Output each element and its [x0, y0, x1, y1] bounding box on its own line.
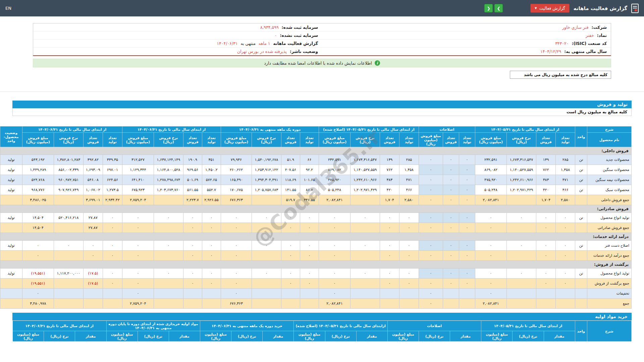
value-cell: ۱,۶۷۳,۳۱۶,۵۴۷	[350, 155, 380, 165]
value-cell: ۰	[536, 279, 556, 289]
value-cell	[575, 299, 587, 309]
column-header: مبلغ فروش (میلیون ریال)	[475, 133, 506, 147]
report-type-button[interactable]: گزارش فعالیت ▼	[530, 4, 569, 13]
value-cell	[83, 299, 103, 309]
column-header: دوره یک ماهه منتهی به ۱۴۰۴/۰۶/۳۱	[221, 126, 319, 133]
value-cell: ۰	[419, 299, 443, 309]
page-title: گزارش فعالیت ماهانه	[574, 5, 627, 11]
value-cell: فروش صادراتی:	[0, 205, 631, 213]
value-cell	[350, 299, 380, 309]
value-cell: ۰	[103, 279, 122, 289]
column-header: نرخ فروش (ریال)	[54, 133, 83, 147]
company-field: نماد: خفنر	[322, 32, 611, 39]
table-row: تولید انواع محصولتن۰۰۰۰۰۰۰۰۰۰۰۰۰۰۰۰۰۰۰۰۲…	[0, 213, 631, 223]
value-cell: ۲۸۵	[399, 155, 419, 165]
value-cell: ۰	[83, 251, 103, 261]
value-cell: تن	[575, 185, 587, 195]
column-header: مبلغ فروش (میلیون ریال)	[221, 133, 252, 147]
value-cell: ۰	[202, 241, 221, 251]
value-cell: ۱,۲۵۳,۹۱۲,۱۲۲	[252, 165, 281, 175]
status-cell: تولید	[0, 155, 22, 165]
value-cell: ۰	[536, 268, 556, 279]
value-cell: ۱,۳۸۲,۸۰۱,۲۸۳	[54, 155, 83, 165]
column-header: تعداد فروش	[536, 133, 556, 147]
value-cell: ۱,۱۶۴,۸۰۰,۵۲۸	[154, 165, 183, 175]
value-cell	[54, 251, 83, 261]
value-cell	[154, 195, 183, 205]
value-cell: ۱۷۰,۶۷۵	[221, 185, 252, 195]
value-cell: ۰	[536, 241, 556, 251]
value-cell	[54, 279, 83, 289]
value-cell: ۰	[443, 241, 459, 251]
value-cell: ۱۶۵,۴۹۰	[221, 175, 252, 185]
value-cell: ۰	[399, 223, 419, 233]
value-cell	[300, 289, 319, 299]
column-header: واحد	[575, 321, 587, 342]
value-cell	[103, 299, 122, 309]
column-header: تعداد فروش	[83, 133, 103, 147]
value-cell: تن	[575, 268, 587, 279]
column-header: تعداد تولید	[556, 133, 575, 147]
value-cell: ۷۶۲	[536, 165, 556, 175]
value-cell: ۰	[319, 279, 350, 289]
value-cell: ۰	[154, 241, 183, 251]
value-cell	[399, 299, 419, 309]
value-cell: ۱,۲۴۲,۶۱۰,۹۶۶	[507, 175, 536, 185]
value-cell: ۰	[154, 268, 183, 279]
value-cell: ۰	[419, 241, 443, 251]
value-cell: ۳۵۱	[202, 155, 221, 165]
value-cell: فروش داخلی:	[0, 147, 631, 155]
next-report-button[interactable]: ❯	[494, 4, 503, 12]
product-name-cell: تخفیفات	[587, 289, 632, 299]
value-cell: ۰	[419, 279, 443, 289]
value-cell: ۰	[399, 279, 419, 289]
column-header: مبلغ (میلیون ریال)	[106, 331, 138, 342]
column-header: تعداد فروش	[380, 133, 399, 147]
column-header: نرخ (ریال)	[419, 331, 450, 342]
value-cell: ۱۴,۵۰۴	[22, 223, 54, 233]
value-cell: ۲۷.۸۷	[83, 213, 103, 223]
value-cell: ۸۶.۷	[300, 185, 319, 195]
value-cell: ۴۲۰	[536, 185, 556, 195]
prev-report-button[interactable]: ❮	[484, 4, 493, 12]
value-cell: ۰	[300, 268, 319, 279]
value-cell: ۱۳۹	[380, 155, 399, 165]
signed-info-text: اطلاعات نمایش داده شده با اطلاعات امضا ش…	[264, 61, 372, 66]
value-cell: ۶۹۷.۰۱	[103, 165, 122, 175]
value-cell: ۰	[459, 165, 475, 175]
value-cell: ۰	[319, 213, 350, 223]
status-cell: تولید	[0, 268, 22, 279]
value-cell: ۰	[475, 213, 506, 223]
value-cell: ۱,۲۰۳,۶۷۳,۷۶۰	[154, 185, 183, 195]
company-field: سرمایه ثبت نشده: ۰	[33, 32, 322, 39]
value-cell: ۰	[380, 268, 399, 279]
value-cell: ۹۶۸,۷۷۶	[22, 185, 54, 195]
value-cell: ۳,۶۹۹.۰۱	[83, 195, 103, 205]
value-cell: برگشت از فروش:	[0, 261, 631, 268]
company-field: سال مالی منتهی به: ۱۴۰۴/۱۲/۲۹	[322, 48, 611, 55]
column-header: از ابتدای سال مالی تا تاریخ ۱۴۰۴/۰۵/۳۱ (…	[319, 126, 419, 133]
value-cell: ۰	[319, 223, 350, 233]
column-header: مقدار	[450, 331, 481, 342]
column-header: مقدار	[356, 331, 387, 342]
value-cell: ۱,۲۰۲,۹۷۱,۴۲۹	[350, 185, 380, 195]
field-label: سال مالی منتهی به:	[564, 49, 607, 54]
value-cell: ۲,۷۵۹,۲۰۴	[122, 195, 154, 205]
value-cell: ۰	[475, 279, 506, 289]
value-cell: ۰	[300, 241, 319, 251]
value-cell	[154, 299, 183, 309]
report-type-label: گزارش فعالیت	[539, 6, 565, 11]
language-toggle[interactable]: EN	[5, 6, 11, 11]
product-name-cell: محصولات سبک	[587, 185, 632, 195]
value-cell: ۰	[221, 289, 252, 299]
value-cell: ۲۳۲,۵۹۱	[475, 155, 506, 165]
column-header: مبلغ فروش (میلیون ریال)	[319, 133, 350, 147]
value-cell: ۶۷۶,۳۶۳	[221, 299, 252, 309]
value-cell: ۰	[459, 251, 475, 261]
value-cell	[252, 299, 281, 309]
value-cell: ۰	[380, 213, 399, 223]
value-cell: ۰	[22, 251, 54, 261]
value-cell: ۰	[399, 268, 419, 279]
table-row: تخفیفات۰۰۰۰۰۰	[0, 289, 631, 299]
column-header: تعداد تولید	[300, 133, 319, 147]
